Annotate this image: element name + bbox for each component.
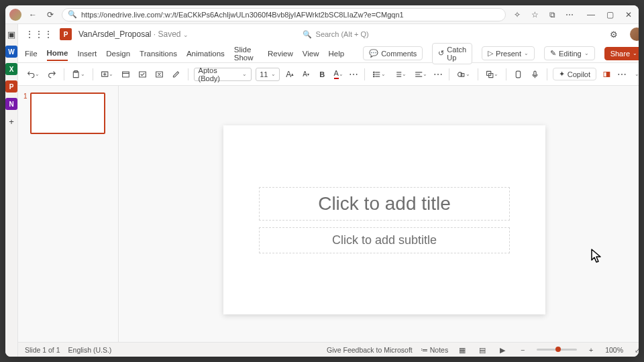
format-painter-button[interactable]	[170, 67, 182, 82]
app-body: ▣ W X P N + ⋮⋮⋮ P VanArsdel_Proposal · S…	[5, 24, 639, 357]
tab-animations[interactable]: Animations	[186, 47, 225, 60]
browser-menu-icon[interactable]: ⋯	[564, 9, 576, 21]
address-bar[interactable]: 🔍 https://onedrive.live.com/:w:/t/EaCKkP…	[62, 8, 506, 21]
comments-button[interactable]: 💬Comments	[363, 46, 423, 60]
zoom-slider[interactable]	[537, 349, 577, 351]
tab-insert[interactable]: Insert	[77, 47, 97, 60]
new-slide-button[interactable]: ⌄	[99, 67, 115, 82]
ribbon-tabs: File Home Insert Design Transitions Anim…	[18, 44, 639, 63]
arrange-button[interactable]: ⌄	[484, 67, 500, 82]
font-size-select[interactable]: 11⌄	[256, 68, 280, 81]
reset-button[interactable]	[136, 67, 149, 82]
redo-button[interactable]	[46, 67, 58, 82]
align-button[interactable]: ⌄	[413, 67, 429, 82]
feedback-link[interactable]: Give Feedback to Microsoft	[327, 346, 413, 354]
minimize-button[interactable]: —	[585, 9, 597, 21]
svg-point-6	[374, 72, 375, 73]
favorite-icon[interactable]: ☆	[529, 9, 541, 21]
more-font-button[interactable]: ⋯	[349, 69, 359, 80]
workspace: 1 Click to add title Click to add subtit…	[18, 86, 639, 342]
rail-excel-icon[interactable]: X	[5, 63, 17, 75]
subtitle-placeholder[interactable]: Click to add subtitle	[259, 227, 510, 253]
rail-word-icon[interactable]: W	[5, 46, 17, 58]
zoom-out-button[interactable]: −	[517, 345, 529, 355]
slide-counter[interactable]: Slide 1 of 1	[25, 346, 60, 354]
user-avatar[interactable]	[630, 27, 639, 41]
doc-title-text: VanArsdel_Proposal	[78, 29, 152, 39]
chevron-down-icon: ⌄	[381, 71, 386, 77]
tab-help[interactable]: Help	[329, 47, 345, 60]
zoom-thumb[interactable]	[555, 347, 561, 352]
chevron-down-icon: ⌄	[584, 50, 589, 56]
chevron-down-icon: ⌄	[633, 50, 637, 56]
thumbnail-item[interactable]: 1	[23, 93, 113, 134]
font-family-select[interactable]: Aptos (Body)⌄	[194, 68, 252, 81]
read-aloud-icon[interactable]: ✧	[511, 9, 523, 21]
chevron-down-icon: ⌄	[35, 71, 40, 77]
app-launcher-icon[interactable]: ⋮⋮⋮	[25, 29, 53, 40]
font-color-button[interactable]: A⌄	[332, 67, 345, 82]
sorter-view-button[interactable]: ▤	[476, 345, 488, 355]
copilot-button[interactable]: ✦Copilot	[553, 68, 596, 80]
slide-thumbnails-pane[interactable]: 1	[18, 86, 119, 342]
svg-rect-3	[123, 71, 129, 76]
undo-button[interactable]: ⌄	[25, 67, 42, 82]
tab-home[interactable]: Home	[47, 46, 68, 61]
paste-button[interactable]: ⌄	[70, 67, 87, 82]
search-box[interactable]: 🔍 Search (Alt + Q)	[303, 30, 369, 39]
app-window: ← ⟳ 🔍 https://onedrive.live.com/:w:/t/Ea…	[5, 5, 639, 357]
present-button[interactable]: ▷Present⌄	[482, 46, 535, 60]
more-paragraph-button[interactable]: ⋯	[433, 69, 443, 80]
shapes-button[interactable]: ⌄	[455, 67, 472, 82]
tab-view[interactable]: View	[303, 47, 319, 60]
catchup-button[interactable]: ↺Catch Up	[432, 43, 472, 64]
tab-transitions[interactable]: Transitions	[140, 47, 177, 60]
title-placeholder[interactable]: Click to add title	[259, 187, 510, 221]
collections-icon[interactable]: ⧉	[546, 9, 558, 21]
collapse-ribbon-button[interactable]: ⌄	[631, 67, 639, 82]
copilot-icon: ✦	[559, 70, 565, 78]
app-rail: ▣ W X P N +	[5, 24, 18, 357]
slide[interactable]: Click to add title Click to add subtitle	[223, 125, 545, 314]
zoom-in-button[interactable]: +	[585, 345, 597, 355]
zoom-level[interactable]: 100%	[605, 346, 623, 354]
fit-to-window-button[interactable]: ⤢	[631, 345, 639, 355]
ribbon-overflow-button[interactable]: ⋯	[617, 69, 627, 80]
numbering-button[interactable]: ⌄	[392, 67, 409, 82]
share-button[interactable]: Share⌄	[604, 47, 639, 60]
bullets-button[interactable]: ⌄	[370, 67, 387, 82]
delete-slide-button[interactable]	[153, 67, 166, 82]
slideshow-view-button[interactable]: ▶	[496, 345, 508, 355]
rail-onenote-icon[interactable]: N	[5, 98, 17, 110]
chevron-down-icon: ⌄	[271, 71, 276, 77]
profile-avatar[interactable]	[9, 9, 21, 21]
saved-indicator: · Saved	[152, 29, 181, 39]
back-button[interactable]: ←	[27, 9, 39, 21]
tab-review[interactable]: Review	[268, 47, 293, 60]
editing-mode-button[interactable]: ✎Editing⌄	[544, 46, 595, 60]
document-name[interactable]: VanArsdel_Proposal · Saved⌄	[78, 29, 189, 39]
tab-slideshow[interactable]: Slide Show	[234, 43, 258, 64]
settings-icon[interactable]: ⚙	[610, 29, 618, 40]
rail-powerpoint-icon[interactable]: P	[5, 80, 17, 93]
designer-button[interactable]	[512, 67, 525, 82]
shrink-font-button[interactable]: A▾	[300, 67, 312, 82]
rail-add-icon[interactable]: +	[5, 115, 17, 127]
close-button[interactable]: ✕	[623, 9, 635, 21]
notes-toggle[interactable]: ≔ Notes	[421, 346, 448, 354]
refresh-button[interactable]: ⟳	[44, 9, 56, 21]
language-indicator[interactable]: English (U.S.)	[68, 346, 112, 354]
chevron-down-icon: ⌄	[524, 50, 529, 56]
slide-canvas-area[interactable]: Click to add title Click to add subtitle	[119, 86, 639, 342]
designer-pane-button[interactable]	[600, 67, 613, 82]
tab-design[interactable]: Design	[106, 47, 130, 60]
bold-button[interactable]: B	[316, 67, 328, 82]
tab-file[interactable]: File	[25, 47, 38, 60]
dictate-button[interactable]	[529, 67, 541, 82]
grow-font-button[interactable]: A▴	[284, 67, 296, 82]
slide-thumbnail[interactable]	[30, 93, 105, 134]
layout-button[interactable]	[119, 67, 132, 82]
maximize-button[interactable]: ▢	[604, 9, 616, 21]
rail-home-icon[interactable]: ▣	[5, 28, 17, 40]
normal-view-button[interactable]: ▦	[456, 345, 468, 355]
